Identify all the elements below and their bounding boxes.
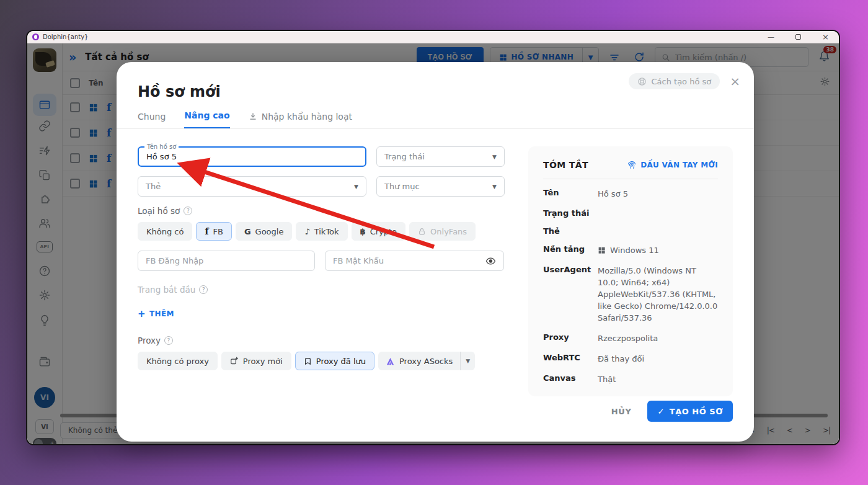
titlebar: Dolphin{anty} — × (27, 31, 839, 43)
how-to-create-button[interactable]: Cách tạo hồ sơ (629, 73, 720, 89)
summary-row-canvas: Canvas Thật (543, 373, 718, 385)
type-tiktok-button[interactable]: ♪ TikTok (296, 222, 347, 241)
close-button[interactable]: × (822, 34, 829, 40)
new-proxy-icon (230, 357, 239, 365)
bitcoin-icon: ฿ (360, 227, 366, 236)
help-circle-icon: ? (184, 207, 192, 215)
maximize-button[interactable] (795, 34, 801, 40)
chevron-down-icon: ▼ (492, 184, 497, 190)
asocks-icon (386, 357, 395, 366)
eye-icon[interactable] (485, 256, 496, 267)
cancel-button[interactable]: HỦY (611, 407, 632, 416)
fb-login-field[interactable] (138, 251, 315, 271)
google-icon: G (244, 227, 251, 236)
lock-icon (418, 228, 426, 236)
summary-divider (543, 179, 718, 179)
proxy-new-button[interactable]: Proxy mới (221, 352, 291, 370)
add-start-page-button[interactable]: + THÊM (138, 308, 505, 319)
window-title: Dolphin{anty} (43, 33, 88, 40)
type-crypto-button[interactable]: ฿ Crypto (352, 222, 405, 241)
type-fb-button[interactable]: f FB (196, 222, 231, 241)
check-icon: ✓ (657, 407, 664, 416)
dolphin-logo-icon (32, 33, 39, 40)
new-fingerprint-button[interactable]: DẤU VÂN TAY MỚI (627, 160, 718, 170)
summary-row-proxy: Proxy Rzeczpospolita (543, 332, 718, 344)
profile-name-field[interactable]: Tên hồ sơ (138, 146, 366, 167)
proxy-asocks-button[interactable]: Proxy ASocks ▼ (378, 352, 475, 370)
summary-panel: TÓM TẮT DẤU VÂN TAY MỚI Tên Hồ sơ 5 Trạn… (528, 146, 733, 396)
minimize-button[interactable]: — (768, 34, 774, 40)
summary-row-platform: Nền tảng Windows 11 (543, 244, 718, 256)
windows-icon (598, 246, 606, 254)
status-select[interactable]: Trạng thái ▼ (376, 146, 505, 167)
plus-icon: + (138, 308, 146, 319)
help-circle-icon: ? (164, 336, 173, 345)
modal-close-icon[interactable]: × (730, 76, 740, 87)
tags-select[interactable]: Thẻ ▼ (138, 176, 366, 197)
chevron-down-icon: ▼ (492, 154, 497, 160)
new-profile-modal: Cách tạo hồ sơ × Hồ sơ mới Chung Nâng ca… (117, 62, 754, 442)
profile-type-options: Không có f FB G Google ♪ TikTok ฿ Crypto (138, 222, 505, 241)
facebook-icon: f (205, 226, 208, 236)
start-page-label: Trang bắt đầu ? (138, 285, 505, 295)
type-onlyfans-button[interactable]: OnlyFans (409, 222, 476, 241)
profile-form: Tên hồ sơ Trạng thái ▼ Thẻ ▼ Thư mục ▼ (138, 146, 505, 396)
modal-tabs: Chung Nâng cao Nhập khẩu hàng loạt (138, 110, 754, 128)
fb-password-field[interactable] (325, 251, 504, 271)
chevron-down-icon: ▼ (354, 184, 358, 190)
proxy-saved-button[interactable]: Proxy đã lưu (295, 352, 374, 370)
summary-row-name: Tên Hồ sơ 5 (543, 188, 718, 200)
bookmark-icon (304, 357, 312, 365)
summary-row-useragent: UserAgent Mozilla/5.0 (Windows NT 10.0; … (543, 265, 718, 324)
proxy-label: Proxy ? (138, 336, 505, 345)
summary-row-status: Trạng thái (543, 208, 718, 218)
fingerprint-icon (627, 160, 637, 170)
proxy-asocks-caret[interactable]: ▼ (460, 352, 475, 370)
summary-title: TÓM TẮT (543, 160, 588, 170)
profile-type-label: Loại hồ sơ ? (138, 206, 505, 216)
tab-general[interactable]: Chung (138, 112, 166, 128)
tab-advanced[interactable]: Nâng cao (184, 110, 229, 128)
type-none-button[interactable]: Không có (138, 222, 192, 241)
profile-name-label: Tên hồ sơ (144, 143, 179, 150)
create-profile-submit-button[interactable]: ✓ TẠO HỒ SƠ (647, 401, 733, 422)
tiktok-icon: ♪ (304, 227, 309, 236)
proxy-options: Không có proxy Proxy mới Proxy đã lưu Pr… (138, 352, 505, 370)
download-icon (249, 112, 257, 121)
type-google-button[interactable]: G Google (236, 222, 293, 241)
summary-row-webrtc: WebRTC Đã thay đổi (543, 353, 718, 365)
lifebuoy-icon (637, 77, 647, 86)
proxy-none-button[interactable]: Không có proxy (138, 352, 218, 370)
summary-row-tags: Thẻ (543, 226, 718, 236)
help-circle-icon: ? (199, 285, 208, 294)
tab-bulk-import[interactable]: Nhập khẩu hàng loạt (249, 112, 352, 128)
folder-select[interactable]: Thư mục ▼ (376, 176, 505, 197)
